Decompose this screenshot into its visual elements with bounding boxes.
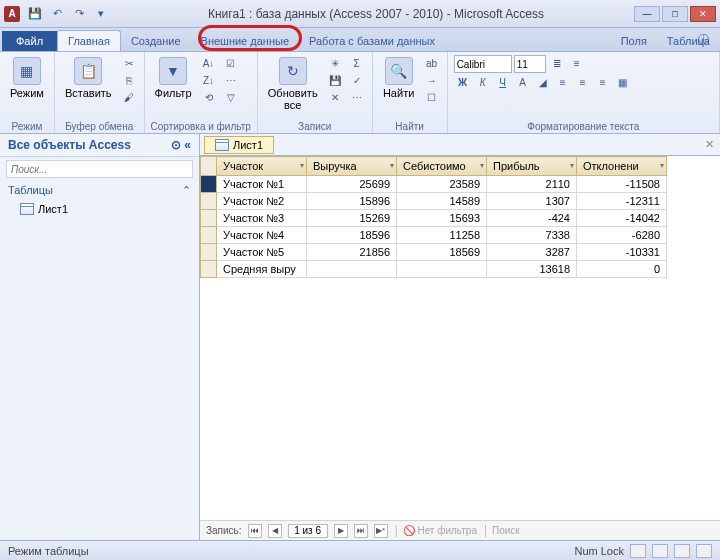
cell[interactable]: 18569 <box>397 244 487 261</box>
sort-asc-icon[interactable]: A↓ <box>200 55 218 71</box>
cell[interactable]: Участок №2 <box>217 193 307 210</box>
nav-section-tables[interactable]: Таблицы⌃ <box>0 181 199 200</box>
tab-fields[interactable]: Поля <box>611 31 657 51</box>
nav-search-input[interactable] <box>6 160 193 178</box>
cut-icon[interactable]: ✂ <box>120 55 138 71</box>
cell[interactable]: 25699 <box>307 176 397 193</box>
table-row[interactable]: Участок №31526915693-424-14042 <box>201 210 667 227</box>
goto-icon[interactable]: → <box>423 72 441 88</box>
row-header[interactable] <box>201 261 217 278</box>
first-record-button[interactable]: ⏮ <box>248 524 262 538</box>
pivot-view-button[interactable] <box>652 544 668 558</box>
toggle-filter-icon[interactable]: ▽ <box>222 89 240 105</box>
table-row[interactable]: Участок №215896145891307-12311 <box>201 193 667 210</box>
save-record-icon[interactable]: 💾 <box>326 72 344 88</box>
tab-home[interactable]: Главная <box>57 30 121 51</box>
cell[interactable]: 14589 <box>397 193 487 210</box>
cell[interactable]: 15896 <box>307 193 397 210</box>
undo-icon[interactable]: ↶ <box>48 5 66 23</box>
selection-icon[interactable]: ☑ <box>222 55 240 71</box>
cell[interactable]: -12311 <box>577 193 667 210</box>
gridlines-icon[interactable]: ▦ <box>614 74 632 90</box>
underline-icon[interactable]: Ч <box>494 74 512 90</box>
view-mode-button[interactable]: ▦Режим <box>6 55 48 120</box>
filter-button[interactable]: ▼Фильтр <box>151 55 196 120</box>
clear-sort-icon[interactable]: ⟲ <box>200 89 218 105</box>
cell[interactable]: -10331 <box>577 244 667 261</box>
row-header[interactable] <box>201 244 217 261</box>
tab-database-tools[interactable]: Работа с базами данных <box>299 31 445 51</box>
cell[interactable]: -424 <box>487 210 577 227</box>
bullets-icon[interactable]: ≣ <box>548 55 566 71</box>
column-header-4[interactable]: Отклонени▾ <box>577 157 667 176</box>
more-icon[interactable]: ⋯ <box>348 89 366 105</box>
last-record-button[interactable]: ⏭ <box>354 524 368 538</box>
cell[interactable] <box>307 261 397 278</box>
column-header-2[interactable]: Себистоимо▾ <box>397 157 487 176</box>
find-button[interactable]: 🔍Найти <box>379 55 419 120</box>
new-record-icon[interactable]: ✳ <box>326 55 344 71</box>
select-all-corner[interactable] <box>201 157 217 176</box>
row-header[interactable] <box>201 227 217 244</box>
paste-button[interactable]: 📋Вставить <box>61 55 116 120</box>
help-icon[interactable]: ⓘ <box>698 32 714 48</box>
cell[interactable]: 15693 <box>397 210 487 227</box>
design-view-button[interactable] <box>696 544 712 558</box>
cell[interactable]: 7338 <box>487 227 577 244</box>
column-header-1[interactable]: Выручка▾ <box>307 157 397 176</box>
align-left-icon[interactable]: ≡ <box>554 74 572 90</box>
row-header[interactable] <box>201 210 217 227</box>
cell[interactable]: -11508 <box>577 176 667 193</box>
nav-item-sheet1[interactable]: Лист1 <box>0 200 199 218</box>
font-family-select[interactable] <box>454 55 512 73</box>
delete-record-icon[interactable]: ✕ <box>326 89 344 105</box>
sort-desc-icon[interactable]: Z↓ <box>200 72 218 88</box>
cell[interactable]: Участок №4 <box>217 227 307 244</box>
advanced-icon[interactable]: ⋯ <box>222 72 240 88</box>
bold-icon[interactable]: Ж <box>454 74 472 90</box>
refresh-all-button[interactable]: ↻Обновить все <box>264 55 322 120</box>
totals-icon[interactable]: Σ <box>348 55 366 71</box>
spelling-icon[interactable]: ✓ <box>348 72 366 88</box>
cell[interactable]: Участок №1 <box>217 176 307 193</box>
maximize-button[interactable]: □ <box>662 6 688 22</box>
object-tab-sheet1[interactable]: Лист1 <box>204 136 274 154</box>
redo-icon[interactable]: ↷ <box>70 5 88 23</box>
qat-dropdown-icon[interactable]: ▾ <box>92 5 110 23</box>
chart-view-button[interactable] <box>674 544 690 558</box>
format-painter-icon[interactable]: 🖌 <box>120 89 138 105</box>
column-header-3[interactable]: Прибыль▾ <box>487 157 577 176</box>
numbering-icon[interactable]: ≡ <box>568 55 586 71</box>
column-header-0[interactable]: Участок▾ <box>217 157 307 176</box>
replace-icon[interactable]: ab <box>423 55 441 71</box>
cell[interactable]: 15269 <box>307 210 397 227</box>
cell[interactable]: Участок №3 <box>217 210 307 227</box>
prev-record-button[interactable]: ◀ <box>268 524 282 538</box>
align-center-icon[interactable]: ≡ <box>574 74 592 90</box>
datasheet-grid[interactable]: Участок▾Выручка▾Себистоимо▾Прибыль▾Откло… <box>200 156 720 520</box>
row-header[interactable] <box>201 176 217 193</box>
minimize-button[interactable]: — <box>634 6 660 22</box>
record-position-input[interactable] <box>288 524 328 538</box>
cell[interactable]: -14042 <box>577 210 667 227</box>
font-size-select[interactable] <box>514 55 546 73</box>
select-icon[interactable]: ☐ <box>423 89 441 105</box>
align-right-icon[interactable]: ≡ <box>594 74 612 90</box>
table-row[interactable]: Средняя выру136180 <box>201 261 667 278</box>
copy-icon[interactable]: ⎘ <box>120 72 138 88</box>
cell[interactable]: Средняя выру <box>217 261 307 278</box>
cell[interactable]: 21856 <box>307 244 397 261</box>
datasheet-view-button[interactable] <box>630 544 646 558</box>
cell[interactable]: 13618 <box>487 261 577 278</box>
tab-create[interactable]: Создание <box>121 31 191 51</box>
close-button[interactable]: ✕ <box>690 6 716 22</box>
row-header[interactable] <box>201 193 217 210</box>
cell[interactable]: 23589 <box>397 176 487 193</box>
new-record-button[interactable]: ▶* <box>374 524 388 538</box>
close-object-icon[interactable]: ✕ <box>705 138 714 151</box>
cell[interactable]: 18596 <box>307 227 397 244</box>
save-icon[interactable]: 💾 <box>26 5 44 23</box>
font-color-icon[interactable]: A <box>514 74 532 90</box>
cell[interactable]: 2110 <box>487 176 577 193</box>
chevron-down-icon[interactable]: ⊙ « <box>171 138 191 152</box>
